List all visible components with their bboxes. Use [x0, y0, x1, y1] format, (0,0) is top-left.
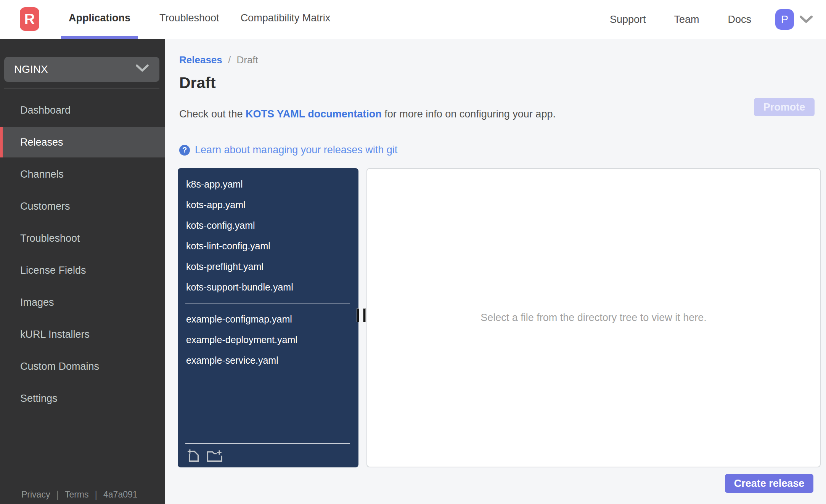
add-file-button[interactable]: [187, 449, 200, 462]
avatar-initial: P: [781, 13, 788, 26]
resize-bar: [357, 308, 359, 322]
tree-file-example-service[interactable]: example-service.yaml: [178, 350, 358, 371]
nav-link-team[interactable]: Team: [674, 14, 699, 26]
footer-separator: |: [95, 489, 98, 500]
app-selector-value: NGINX: [14, 63, 48, 75]
tree-file-k8s-app[interactable]: k8s-app.yaml: [178, 174, 358, 194]
resize-bar: [363, 308, 366, 322]
breadcrumb-current: Draft: [236, 54, 258, 66]
add-folder-button[interactable]: [207, 449, 223, 462]
main-content: Releases / Draft Draft Check out the KOT…: [165, 39, 826, 504]
sidebar-item-images[interactable]: Images: [0, 287, 165, 318]
breadcrumb-releases-link[interactable]: Releases: [179, 54, 222, 66]
question-mark-icon: ?: [179, 145, 190, 156]
sidebar-item-kurl-installers[interactable]: kURL Installers: [0, 319, 165, 350]
page-description: Check out the KOTS YAML documentation fo…: [179, 108, 556, 120]
tree-file-kots-preflight[interactable]: kots-preflight.yaml: [178, 256, 358, 277]
tree-file-example-deployment[interactable]: example-deployment.yaml: [178, 329, 358, 350]
app-selector-dropdown[interactable]: NGINX: [4, 57, 159, 82]
tree-file-kots-config[interactable]: kots-config.yaml: [178, 215, 358, 236]
user-menu-chevron-down-icon[interactable]: [799, 15, 814, 24]
logo-letter: R: [24, 11, 35, 27]
sidebar-footer: Privacy | Terms | 4a7a091: [21, 489, 138, 500]
tree-file-kots-lint-config[interactable]: kots-lint-config.yaml: [178, 236, 358, 256]
sidebar-item-channels[interactable]: Channels: [0, 159, 165, 189]
page-title: Draft: [179, 74, 216, 92]
top-nav: R Applications Troubleshoot Compatibilit…: [0, 0, 826, 39]
sidebar-item-custom-domains[interactable]: Custom Domains: [0, 351, 165, 382]
terms-link[interactable]: Terms: [65, 490, 89, 500]
sidebar-menu: Dashboard Releases Channels Customers Tr…: [0, 95, 165, 415]
nav-link-docs[interactable]: Docs: [728, 14, 751, 26]
breadcrumb: Releases / Draft: [179, 54, 258, 66]
description-prefix: Check out the: [179, 108, 246, 120]
tree-file-kots-support-bundle[interactable]: kots-support-bundle.yaml: [178, 277, 358, 297]
release-workspace: k8s-app.yaml kots-app.yaml kots-config.y…: [178, 168, 821, 467]
build-version: 4a7a091: [103, 490, 138, 500]
sidebar-item-dashboard[interactable]: Dashboard: [0, 95, 165, 125]
nav-tab-troubleshoot[interactable]: Troubleshoot: [159, 0, 219, 39]
help-row: ? Learn about managing your releases wit…: [179, 144, 397, 156]
breadcrumb-separator: /: [228, 54, 231, 66]
sidebar-divider: [4, 88, 159, 88]
nav-right: Support Team Docs P: [610, 0, 814, 39]
sidebar: NGINX Dashboard Releases Channels Custom…: [0, 39, 165, 504]
chevron-down-icon: [135, 63, 149, 75]
file-tree-kots-group: k8s-app.yaml kots-app.yaml kots-config.y…: [178, 168, 358, 297]
sidebar-item-releases[interactable]: Releases: [0, 127, 165, 157]
file-viewer-panel: Select a file from the directory tree to…: [366, 168, 821, 467]
file-tree-examples-group: example-configmap.yaml example-deploymen…: [178, 309, 358, 371]
description-suffix: for more info on configuring your app.: [382, 108, 556, 120]
footer-separator: |: [56, 489, 59, 500]
file-tree-panel: k8s-app.yaml kots-app.yaml kots-config.y…: [178, 168, 358, 467]
panel-resize-handle[interactable]: [357, 308, 366, 322]
app-root: R Applications Troubleshoot Compatibilit…: [0, 0, 826, 504]
replicated-logo[interactable]: R: [20, 7, 39, 31]
file-viewer-placeholder: Select a file from the directory tree to…: [480, 312, 707, 324]
create-release-button[interactable]: Create release: [725, 474, 813, 493]
nav-tab-compatibility-matrix[interactable]: Compatibility Matrix: [241, 0, 331, 39]
git-releases-help-link[interactable]: Learn about managing your releases with …: [195, 144, 397, 156]
nav-tab-applications[interactable]: Applications: [61, 0, 138, 39]
nav-link-support[interactable]: Support: [610, 14, 646, 26]
promote-button[interactable]: Promote: [754, 98, 815, 116]
sidebar-item-license-fields[interactable]: License Fields: [0, 255, 165, 286]
tree-file-kots-app[interactable]: kots-app.yaml: [178, 194, 358, 215]
tree-file-example-configmap[interactable]: example-configmap.yaml: [178, 309, 358, 329]
sidebar-item-troubleshoot[interactable]: Troubleshoot: [0, 223, 165, 254]
file-tree-divider: [185, 303, 350, 303]
file-tree-footer-divider: [185, 443, 350, 444]
file-tree-actions: [187, 449, 223, 462]
sidebar-item-customers[interactable]: Customers: [0, 191, 165, 222]
kots-yaml-docs-link[interactable]: KOTS YAML documentation: [246, 108, 382, 120]
privacy-link[interactable]: Privacy: [21, 490, 50, 500]
avatar[interactable]: P: [775, 9, 794, 30]
nav-tabs: Applications Troubleshoot Compatibility …: [61, 0, 330, 39]
sidebar-item-settings[interactable]: Settings: [0, 383, 165, 414]
